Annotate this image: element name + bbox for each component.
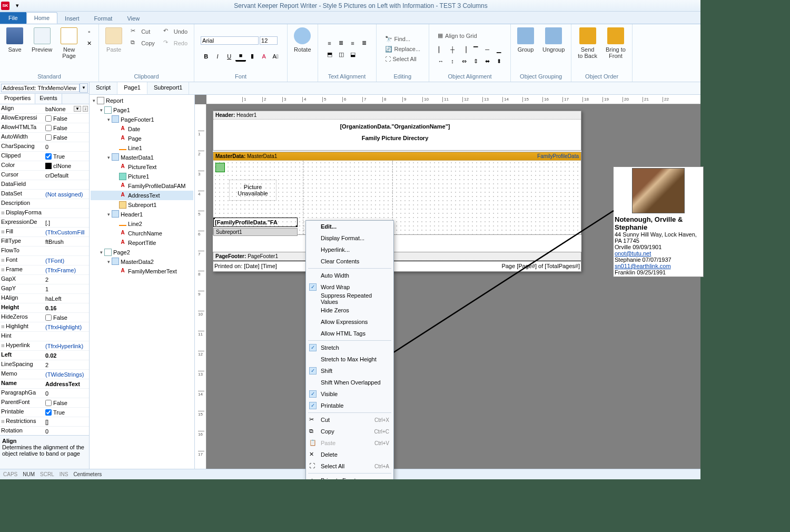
- property-row[interactable]: NameAddressText: [0, 379, 89, 389]
- menu-item[interactable]: ✂CutCtrl+X: [306, 414, 393, 426]
- align-center-icon[interactable]: ≣: [336, 38, 347, 48]
- tree-node[interactable]: APictureText: [91, 162, 193, 172]
- menu-item[interactable]: Allow Expressions: [306, 316, 393, 328]
- tree-node[interactable]: Subreport1: [91, 200, 193, 210]
- property-row[interactable]: AllowExpressiFalse: [0, 114, 89, 123]
- tab-home[interactable]: Home: [26, 12, 57, 24]
- property-row[interactable]: DataField: [0, 180, 89, 190]
- send-to-back-button[interactable]: Send to Back: [574, 25, 601, 61]
- header-band[interactable]: Header: Header1 [OrganizationData."Organ…: [213, 111, 581, 151]
- property-row[interactable]: HAlignhaLeft: [0, 294, 89, 303]
- tree-node[interactable]: ▾MasterData1: [91, 153, 193, 162]
- tab-view[interactable]: View: [120, 13, 147, 24]
- menu-item[interactable]: Hide Zeros: [306, 304, 393, 316]
- org-name-field[interactable]: [OrganizationData."OrganizationName"]: [245, 121, 545, 132]
- same-height-icon[interactable]: ⬍: [493, 56, 504, 66]
- find-button[interactable]: 🔭Find...: [383, 35, 413, 44]
- design-canvas[interactable]: 12345678910111213141516171819202122 1234…: [195, 95, 700, 469]
- property-row[interactable]: Left0.02: [0, 351, 89, 360]
- align-obj-middle-icon[interactable]: ─: [482, 44, 492, 55]
- property-row[interactable]: Fill(TfrxCustomFill: [0, 228, 89, 237]
- align-obj-left-icon[interactable]: ▏: [436, 44, 446, 55]
- menu-item[interactable]: ✓Visible: [306, 388, 393, 400]
- properties-tab[interactable]: Properties: [0, 94, 35, 104]
- menu-item[interactable]: Clear Contents: [306, 255, 393, 267]
- report-title-field[interactable]: Family Picture Directory: [245, 132, 545, 144]
- preview-button[interactable]: Preview: [27, 25, 56, 55]
- font-size-combo[interactable]: [260, 36, 278, 45]
- space-h-icon[interactable]: ↔: [436, 56, 446, 66]
- clear-format-button[interactable]: Aͯ: [270, 51, 281, 62]
- tree-node[interactable]: Line2: [91, 219, 193, 229]
- tree-node[interactable]: AAddressText: [91, 191, 193, 200]
- property-row[interactable]: CursorcrDefault: [0, 171, 89, 180]
- property-row[interactable]: CharSpacing0: [0, 142, 89, 152]
- picture-unavailable-text[interactable]: Picture Unavailable: [229, 180, 276, 201]
- valign-middle-icon[interactable]: ◫: [336, 50, 347, 60]
- select-all-button[interactable]: ⛶Select All: [383, 55, 419, 63]
- menu-item[interactable]: ✕Delete: [306, 449, 393, 460]
- new-page-button[interactable]: New Page: [56, 25, 82, 61]
- events-tab[interactable]: Events: [35, 94, 62, 104]
- property-row[interactable]: GapY1: [0, 284, 89, 294]
- property-row[interactable]: Highlight(TfrxHighlight): [0, 322, 89, 332]
- tree-node[interactable]: Picture1: [91, 172, 193, 181]
- menu-item[interactable]: Suppress Repeated Values: [306, 293, 393, 304]
- replace-button[interactable]: 🔄Replace...: [383, 45, 423, 54]
- redo-button[interactable]: ↷Redo: [161, 38, 190, 48]
- ungroup-button[interactable]: Ungroup: [538, 25, 569, 55]
- tab-page1[interactable]: Page1: [117, 82, 147, 94]
- menu-item[interactable]: Shift When Overlapped: [306, 377, 393, 388]
- property-row[interactable]: AllowHTMLTaFalse: [0, 123, 89, 133]
- cut-button[interactable]: ✂Cut: [129, 26, 157, 37]
- property-row[interactable]: ParagraphGa0: [0, 389, 89, 398]
- property-row[interactable]: FillTypeftBrush: [0, 237, 89, 247]
- page-number-field[interactable]: Page [Page#] of [TotalPages#]: [475, 261, 580, 271]
- align-to-grid-button[interactable]: ▦Align to Grid: [436, 31, 479, 40]
- tab-script[interactable]: Script: [90, 82, 117, 94]
- same-width-icon[interactable]: ⬌: [482, 56, 492, 66]
- menu-item[interactable]: Display Format...: [306, 232, 393, 244]
- font-color-button[interactable]: ■: [235, 51, 246, 62]
- property-row[interactable]: ColorclNone: [0, 161, 89, 171]
- tab-format[interactable]: Format: [87, 13, 120, 24]
- property-row[interactable]: LineSpacing2: [0, 360, 89, 370]
- dataset-link[interactable]: FamilyProfileData: [537, 153, 579, 159]
- valign-top-icon[interactable]: ⬒: [324, 50, 335, 60]
- menu-item[interactable]: Auto Width: [306, 270, 393, 281]
- paste-button[interactable]: Paste: [101, 25, 126, 55]
- menu-item[interactable]: ▲Bring to Front: [306, 475, 393, 479]
- property-row[interactable]: Restrictions[]: [0, 417, 89, 427]
- tree-node[interactable]: ▾PageFooter1: [91, 115, 193, 124]
- font-settings-button[interactable]: A: [259, 51, 269, 62]
- tab-file[interactable]: File: [0, 12, 26, 24]
- highlight-button[interactable]: ▮: [247, 51, 258, 62]
- menu-item[interactable]: ✓Stretch: [306, 342, 393, 353]
- tab-subreport1[interactable]: Subreport1: [147, 82, 189, 94]
- align-obj-center-icon[interactable]: ┼: [447, 44, 458, 55]
- tree-node[interactable]: AChurchName: [91, 229, 193, 238]
- align-obj-right-icon[interactable]: ▕: [459, 44, 469, 55]
- property-row[interactable]: Rotation0: [0, 427, 89, 435]
- property-row[interactable]: ClippedTrue: [0, 152, 89, 161]
- property-row[interactable]: FlowTo: [0, 247, 89, 256]
- align-left-icon[interactable]: ≡: [324, 38, 335, 48]
- picture-field[interactable]: [215, 163, 225, 172]
- printed-on-field[interactable]: Printed on: [Date] [Time]: [214, 261, 320, 271]
- align-obj-top-icon[interactable]: ▔: [470, 44, 481, 55]
- rotate-button[interactable]: Rotate: [290, 25, 315, 55]
- center-v-icon[interactable]: ⇕: [470, 56, 481, 66]
- space-v-icon[interactable]: ↕: [447, 56, 458, 66]
- menu-item[interactable]: ✓Printable: [306, 400, 393, 411]
- qat-dropdown-icon[interactable]: ▾: [13, 2, 22, 10]
- tree-node[interactable]: AFamilyMemberText: [91, 267, 193, 276]
- underline-button[interactable]: U: [224, 51, 234, 62]
- bold-button[interactable]: B: [201, 51, 211, 62]
- group-button[interactable]: Group: [513, 25, 538, 55]
- menu-item[interactable]: Allow HTML Tags: [306, 328, 393, 339]
- menu-item[interactable]: Edit...: [306, 221, 393, 232]
- report-tree[interactable]: ▾Report▾Page1▾PageFooter1ADateAPageLine1…: [90, 95, 195, 469]
- tab-insert[interactable]: Insert: [57, 13, 87, 24]
- tree-node[interactable]: ▾Report: [91, 96, 193, 105]
- tree-node[interactable]: APage: [91, 134, 193, 143]
